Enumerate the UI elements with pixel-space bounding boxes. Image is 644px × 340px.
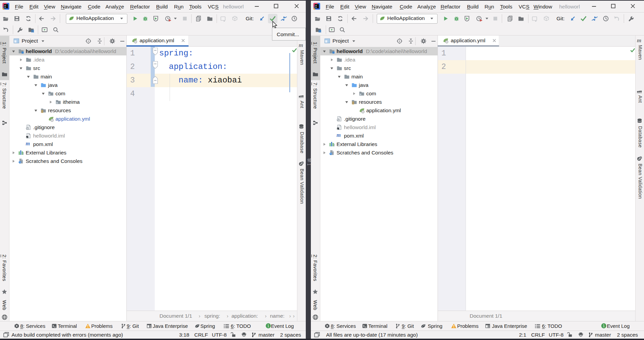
svg-text:IJ: IJ bbox=[315, 5, 317, 7]
svg-text:1: 1 bbox=[603, 324, 605, 328]
svg-text:1: 1 bbox=[267, 324, 269, 328]
svg-text:IJ: IJ bbox=[4, 5, 6, 7]
